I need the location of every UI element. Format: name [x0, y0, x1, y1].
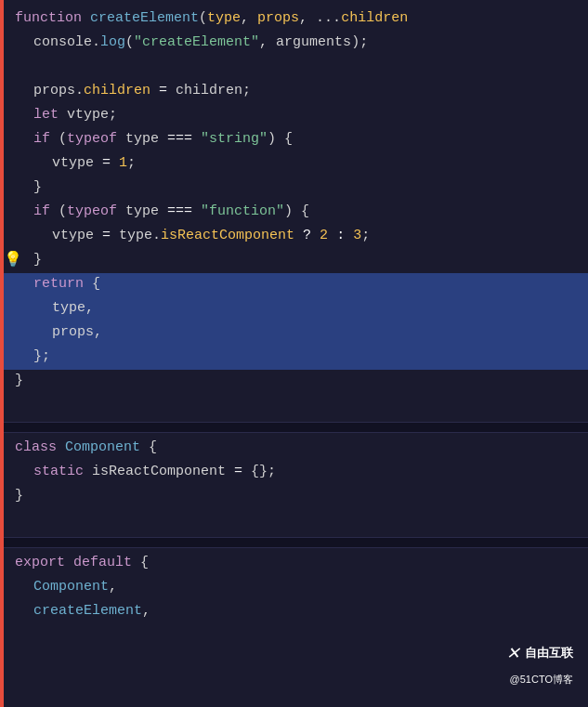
brand-name: 自由互联 [525, 644, 573, 663]
code-line: Component, [0, 576, 588, 600]
watermark-sub: @51CTO博客 [510, 672, 573, 688]
code-line-highlighted: type, [0, 297, 588, 321]
x-logo-icon: ✕ [507, 637, 519, 670]
code-line: vtype = 1; [0, 152, 588, 177]
code-line: class Component { [0, 437, 588, 461]
code-line: } [0, 177, 588, 201]
code-line: let vtype; [0, 104, 588, 128]
code-line [0, 56, 588, 80]
separator-line [0, 537, 588, 548]
code-line-highlighted: return { [0, 273, 588, 297]
code-line-highlighted: props, [0, 321, 588, 346]
watermark: ✕ 自由互联 @51CTO博客 [507, 637, 573, 688]
code-line: vtype = type.isReactComponent ? 2 : 3; [0, 225, 588, 249]
code-editor: function createElement(type, props, ...c… [0, 0, 588, 707]
code-line [0, 394, 588, 418]
code-line: if (typeof type === "function") { [0, 201, 588, 225]
code-line: } [0, 370, 588, 394]
separator-line [0, 422, 588, 433]
function-name: createElement [90, 7, 199, 30]
code-line: 💡 } [0, 249, 588, 273]
code-line: function createElement(type, props, ...c… [0, 7, 588, 32]
left-border [0, 0, 4, 707]
code-line: createElement, [0, 600, 588, 624]
code-line: props.children = children; [0, 80, 588, 104]
keyword: function [15, 7, 90, 30]
code-line-highlighted: }; [0, 346, 588, 370]
code-line: } [0, 485, 588, 509]
code-line: export default { [0, 552, 588, 576]
bulb-icon: 💡 [4, 249, 22, 273]
code-line [0, 509, 588, 533]
code-line: static isReactComponent = {}; [0, 461, 588, 485]
code-line: console.log("createElement", arguments); [0, 32, 588, 56]
watermark-logo: ✕ 自由互联 [507, 637, 573, 670]
code-line: if (typeof type === "string") { [0, 128, 588, 152]
